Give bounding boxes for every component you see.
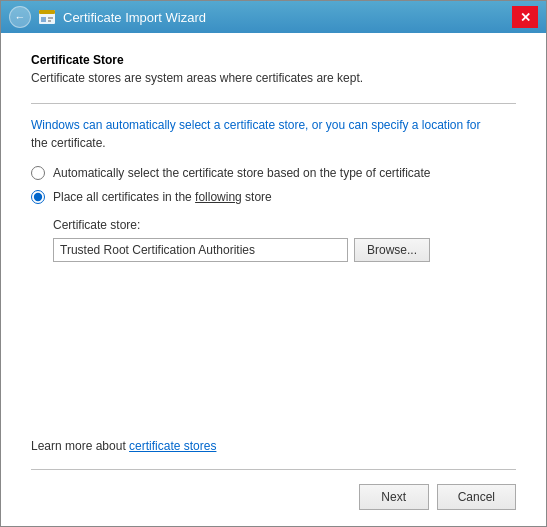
wizard-window: ← Certificate Import Wizard ✕ Certificat… — [0, 0, 547, 527]
cert-store-input[interactable] — [53, 238, 348, 262]
title-bar: ← Certificate Import Wizard ✕ — [1, 1, 546, 33]
wizard-icon — [37, 7, 57, 27]
svg-rect-4 — [48, 20, 51, 22]
section-header: Certificate Store Certificate stores are… — [31, 53, 516, 85]
close-button[interactable]: ✕ — [512, 6, 538, 28]
divider-top — [31, 103, 516, 104]
section-title: Certificate Store — [31, 53, 516, 67]
radio-group: Automatically select the certificate sto… — [31, 166, 516, 204]
section-description: Certificate stores are system areas wher… — [31, 71, 516, 85]
cert-store-row: Browse... — [53, 238, 516, 262]
radio-auto-item[interactable]: Automatically select the certificate sto… — [31, 166, 516, 180]
learn-more-prefix: Learn more about — [31, 439, 129, 453]
info-text: Windows can automatically select a certi… — [31, 116, 516, 152]
title-bar-title: Certificate Import Wizard — [63, 10, 206, 25]
next-button[interactable]: Next — [359, 484, 429, 510]
info-text-line2: the certificate. — [31, 136, 106, 150]
radio-place-text1: Place all certificates in the — [53, 190, 195, 204]
svg-rect-2 — [41, 17, 46, 22]
browse-button[interactable]: Browse... — [354, 238, 430, 262]
radio-auto-label: Automatically select the certificate sto… — [53, 166, 431, 180]
footer-divider — [31, 469, 516, 470]
info-text-line1: Windows can automatically select a certi… — [31, 118, 481, 132]
cancel-button[interactable]: Cancel — [437, 484, 516, 510]
learn-more-text: Learn more about certificate stores — [31, 439, 516, 453]
spacer — [31, 262, 516, 439]
cert-store-label: Certificate store: — [53, 218, 516, 232]
radio-place-text3: store — [242, 190, 272, 204]
content-area: Certificate Store Certificate stores are… — [1, 33, 546, 526]
radio-auto-input[interactable] — [31, 166, 45, 180]
svg-rect-1 — [39, 10, 55, 14]
svg-rect-3 — [48, 17, 53, 19]
radio-place-text2: following — [195, 190, 242, 204]
back-button[interactable]: ← — [9, 6, 31, 28]
radio-place-input[interactable] — [31, 190, 45, 204]
radio-place-item[interactable]: Place all certificates in the following … — [31, 190, 516, 204]
cert-store-section: Certificate store: Browse... — [53, 218, 516, 262]
radio-place-label: Place all certificates in the following … — [53, 190, 272, 204]
footer-buttons: Next Cancel — [31, 484, 516, 510]
title-bar-left: ← Certificate Import Wizard — [9, 6, 512, 28]
learn-more-link[interactable]: certificate stores — [129, 439, 216, 453]
